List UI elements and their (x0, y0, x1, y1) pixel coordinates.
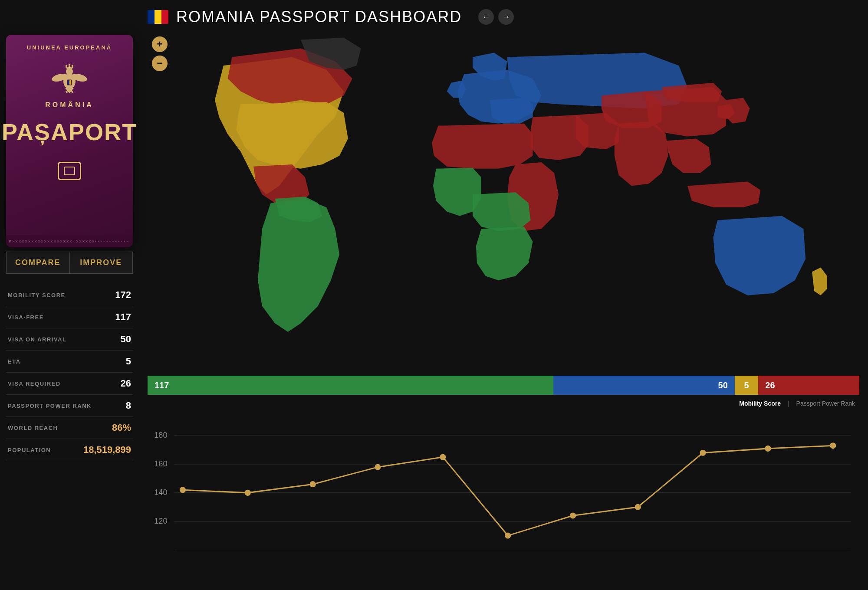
svg-text:160: 160 (154, 459, 167, 468)
stat-value: 86% (112, 422, 131, 433)
stat-label: VISA ON ARRIVAL (8, 336, 66, 343)
svg-point-30 (700, 450, 706, 456)
passport-chip (58, 162, 81, 180)
map-controls: + − (148, 30, 172, 376)
visa-free-count: 117 (155, 380, 169, 390)
stat-label: POPULATION (8, 447, 51, 453)
compare-button[interactable]: COMPARE (7, 252, 70, 273)
svg-point-31 (765, 446, 771, 452)
stat-row: VISA REQUIRED26 (6, 373, 133, 395)
chart-label-rest: Passport Power Rank (796, 400, 855, 407)
visa-on-arrival-count: 50 (718, 380, 728, 390)
romania-flag (148, 10, 168, 24)
svg-point-26 (440, 454, 446, 460)
stat-row: VISA ON ARRIVAL50 (6, 328, 133, 351)
country-name: ROMANIA (176, 8, 254, 26)
stat-row: MOBILITY SCORE172 (6, 284, 133, 306)
legend-bar: 117 50 5 26 (148, 376, 859, 395)
stats-panel: MOBILITY SCORE172VISA-FREE117VISA ON ARR… (6, 284, 133, 461)
stat-label: VISA-FREE (8, 314, 44, 321)
stat-value: 172 (115, 289, 131, 301)
map-area: + − (148, 30, 859, 376)
svg-text:180: 180 (154, 431, 167, 439)
stat-label: WORLD REACH (8, 425, 58, 431)
stat-label: PASSPORT POWER RANK (8, 403, 92, 409)
passport-mrz: PXXXXXXXXXXXXXXXXXXXXXXXXXX<<<<<<<<<<<< (6, 235, 133, 247)
prev-button[interactable]: ← (478, 9, 494, 25)
svg-point-29 (635, 504, 641, 510)
stat-row: POPULATION18,519,899 (6, 439, 133, 461)
chart-area: Mobility Score | Passport Power Rank 180… (148, 398, 859, 586)
eta-count: 5 (744, 380, 749, 390)
svg-point-25 (375, 464, 381, 470)
zoom-out-button[interactable]: − (152, 56, 168, 71)
main-layout: UNIUNEA EUROPEANĂ (0, 30, 868, 590)
svg-point-32 (830, 442, 836, 449)
passport-country: ROMÂNIA (45, 101, 93, 109)
svg-rect-5 (66, 65, 67, 68)
legend-eta: 5 (735, 376, 759, 395)
header: ROMANIA PASSPORT DASHBOARD ← → (0, 0, 868, 30)
stat-row: ETA5 (6, 351, 133, 373)
svg-point-22 (180, 487, 186, 493)
passport-eu-text: UNIUNEA EUROPEANĂ (27, 44, 112, 51)
svg-rect-6 (69, 64, 70, 68)
svg-point-23 (245, 490, 251, 496)
svg-text:140: 140 (154, 488, 167, 497)
nav-arrows: ← → (478, 9, 514, 25)
svg-rect-10 (69, 80, 71, 85)
svg-rect-7 (72, 65, 73, 68)
stat-value: 5 (126, 356, 131, 367)
chart-label-sep: | (788, 400, 789, 407)
svg-point-24 (310, 481, 316, 487)
stat-row: VISA-FREE117 (6, 306, 133, 328)
right-panel: + − (139, 30, 868, 590)
stat-value: 117 (115, 311, 131, 323)
page-title: ROMANIA PASSPORT DASHBOARD (176, 8, 462, 26)
improve-button[interactable]: IMPROVE (70, 252, 133, 273)
chart-legend: Mobility Score | Passport Power Rank (148, 398, 859, 409)
visa-required-count: 26 (765, 380, 775, 390)
chart-svg-wrap: 180 160 140 120 (148, 409, 859, 586)
stat-label: ETA (8, 358, 21, 365)
dashboard-label: PASSPORT DASHBOARD (254, 8, 462, 26)
action-buttons: COMPARE IMPROVE (6, 252, 133, 274)
svg-point-27 (505, 532, 511, 538)
stat-value: 26 (121, 378, 131, 389)
svg-point-28 (570, 512, 576, 518)
world-map[interactable] (172, 30, 859, 376)
stat-value: 50 (121, 334, 131, 345)
stat-row: WORLD REACH86% (6, 417, 133, 439)
stat-value: 8 (126, 400, 131, 411)
passport-main-text: PAȘAPORT (2, 118, 137, 145)
left-panel: UNIUNEA EUROPEANĂ (0, 30, 139, 590)
stat-label: VISA REQUIRED (8, 380, 61, 387)
stat-value: 18,519,899 (83, 444, 131, 456)
passport-card: UNIUNEA EUROPEANĂ (6, 35, 133, 247)
svg-text:120: 120 (154, 517, 167, 525)
svg-rect-11 (67, 88, 69, 92)
svg-rect-9 (68, 80, 69, 85)
svg-rect-12 (70, 88, 72, 92)
flag-blue (148, 10, 155, 24)
next-button[interactable]: → (498, 9, 514, 25)
zoom-in-button[interactable]: + (152, 36, 168, 52)
flag-red (161, 10, 168, 24)
legend-visa-required: 26 (758, 376, 859, 395)
legend-visa-free: 117 (148, 376, 553, 395)
stat-row: PASSPORT POWER RANK8 (6, 395, 133, 417)
stat-label: MOBILITY SCORE (8, 292, 66, 298)
chart-label-bold: Mobility Score (739, 400, 781, 407)
legend-visa-on-arrival: 50 (553, 376, 735, 395)
passport-emblem (50, 59, 89, 98)
flag-yellow (155, 10, 161, 24)
